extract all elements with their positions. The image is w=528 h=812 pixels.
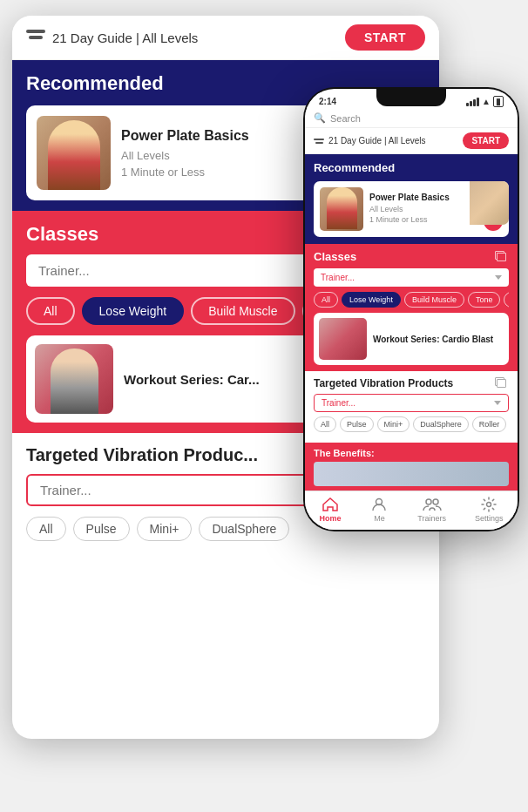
phone-class-thumbnail: [319, 318, 367, 360]
wifi-icon: ▲: [482, 97, 491, 106]
signal-bar-2: [470, 101, 472, 106]
phone-device: 2:14 ▲ ▮ 🔍 Search 2: [303, 87, 519, 531]
phone-recommended-title: Recommended: [314, 161, 509, 174]
phone-targeted-section: Targeted Vibration Products Trainer... A…: [305, 371, 518, 443]
phone-guide-title: 21 Day Guide | All Levels: [328, 136, 426, 145]
phone-targeted-placeholder: Trainer...: [322, 398, 355, 408]
phone-filter-tone[interactable]: Tone: [468, 292, 501, 308]
tfilter-all[interactable]: All: [26, 517, 66, 541]
phone-classes-copy-icon: [495, 251, 509, 263]
tfilter-dualsphere[interactable]: DualSphere: [199, 517, 289, 541]
phone-classes-title: Classes: [314, 250, 356, 263]
filter-lose-weight[interactable]: Lose Weight: [82, 297, 185, 325]
phone-filter-lose-weight[interactable]: Lose Weight: [342, 292, 401, 308]
signal-bar-3: [473, 99, 476, 106]
phone-tfilter-dualsphere[interactable]: DualSphere: [413, 416, 469, 432]
nav-me-label: Me: [374, 514, 385, 523]
signal-bar-4: [477, 98, 479, 106]
phone-start-button[interactable]: START: [463, 132, 509, 149]
phone-targeted-header: Targeted Vibration Products: [314, 377, 509, 389]
class-person-image: [51, 348, 98, 414]
phone-benefits-section: The Benefits:: [305, 443, 518, 491]
status-icons: ▲ ▮: [466, 96, 504, 107]
benefits-image: [314, 462, 509, 486]
phone-filter-warm-up[interactable]: Warm Up: [504, 292, 509, 308]
nav-me[interactable]: Me: [369, 497, 389, 523]
class-thumbnail: [35, 344, 113, 414]
nav-home-label: Home: [319, 514, 341, 523]
phone-targeted-icon: [495, 377, 509, 389]
phone-class-card[interactable]: Workout Series: Cardio Blast: [314, 313, 509, 365]
rec-person-image: [48, 120, 100, 190]
phone-topbar: 21 Day Guide | All Levels START: [305, 128, 518, 154]
filter-all[interactable]: All: [26, 297, 75, 325]
tablet-guide-label: 21 Day Guide | All Levels: [26, 30, 198, 45]
svg-point-2: [433, 499, 438, 504]
phone-classes-section: Classes Trainer... All Lose Weight Build…: [305, 244, 518, 371]
phone-filter-build-muscle[interactable]: Build Muscle: [404, 292, 464, 308]
svg-point-3: [487, 503, 491, 507]
phone-tfilter-all[interactable]: All: [314, 416, 336, 432]
nav-trainers[interactable]: Trainers: [417, 497, 446, 523]
layers-icon: [26, 30, 45, 45]
phone-bottom-nav: Home Me: [305, 491, 518, 530]
phone-targeted-dropdown-arrow: [494, 401, 501, 405]
phone-classes-header: Classes: [314, 250, 509, 263]
rec-thumbnail: [37, 116, 111, 190]
nav-home[interactable]: Home: [319, 497, 341, 523]
filter-build-muscle[interactable]: Build Muscle: [191, 297, 294, 325]
phone-time: 2:14: [319, 97, 336, 106]
phone-targeted-title: Targeted Vibration Products: [314, 377, 453, 389]
phone-guide-label: 21 Day Guide | All Levels: [314, 136, 426, 145]
phone-class-title: Workout Series: Cardio Blast: [373, 335, 493, 344]
phone-trainer-input[interactable]: Trainer...: [314, 268, 509, 287]
class-card-title: Workout Series: Car...: [124, 372, 260, 387]
tfilter-pulse[interactable]: Pulse: [73, 517, 130, 541]
battery-icon: ▮: [493, 96, 504, 107]
phone-rec-thumbnail: [320, 187, 363, 231]
phone-targeted-pills: All Pulse Mini+ DualSphere Roller: [314, 416, 509, 432]
nav-settings[interactable]: Settings: [475, 497, 504, 523]
me-icon: [369, 497, 389, 512]
phone-rec-card[interactable]: Power Plate Basics All Levels 1 Minute o…: [314, 181, 509, 237]
phone-trainer-dropdown-arrow: [495, 275, 502, 280]
trainers-icon: [423, 497, 442, 512]
phone-benefits-title: The Benefits:: [314, 448, 509, 458]
tfilter-mini[interactable]: Mini+: [137, 517, 193, 541]
phone-rec-right-thumb: [470, 181, 509, 225]
phone-filter-all[interactable]: All: [314, 292, 338, 308]
svg-point-1: [426, 499, 431, 504]
search-label: Search: [330, 113, 361, 124]
phone-scroll-area: Recommended Power Plate Basics All Level…: [305, 154, 518, 491]
phone-tfilter-mini[interactable]: Mini+: [377, 416, 410, 432]
nav-settings-label: Settings: [475, 514, 504, 523]
phone-search-bar[interactable]: 🔍 Search: [305, 109, 518, 128]
nav-trainers-label: Trainers: [417, 514, 446, 523]
phone-layers-icon: [314, 139, 324, 144]
tablet-topbar: 21 Day Guide | All Levels START: [12, 16, 439, 60]
phone-filter-pills: All Lose Weight Build Muscle Tone Warm U…: [314, 292, 509, 308]
phone-notch: [376, 89, 446, 106]
guide-title: 21 Day Guide | All Levels: [52, 30, 198, 45]
settings-icon: [479, 497, 498, 512]
phone-tfilter-pulse[interactable]: Pulse: [340, 416, 374, 432]
phone-recommended-section: Recommended Power Plate Basics All Level…: [305, 154, 518, 244]
phone-trainer-placeholder: Trainer...: [321, 273, 355, 282]
phone-rec-person: [327, 187, 357, 229]
start-button[interactable]: START: [345, 24, 425, 51]
home-icon: [321, 497, 340, 512]
phone-screen: 2:14 ▲ ▮ 🔍 Search 2: [305, 89, 518, 530]
search-icon: 🔍: [314, 112, 326, 124]
signal-bar-1: [466, 103, 469, 106]
phone-tfilter-roller[interactable]: Roller: [472, 416, 507, 432]
phone-targeted-input[interactable]: Trainer...: [314, 394, 509, 412]
